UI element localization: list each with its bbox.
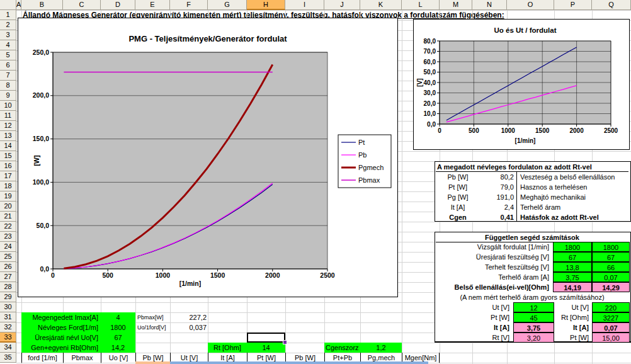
row-header-33[interactable]: 33	[0, 333, 16, 343]
aux-row-value-2[interactable]: 1800	[592, 242, 630, 252]
row-header-32[interactable]: 32	[0, 322, 16, 333]
column-header-H[interactable]: H	[247, 0, 285, 10]
row-header-23[interactable]: 23	[0, 232, 16, 242]
quick-row-value-2[interactable]: 0,07	[592, 322, 630, 333]
row36-blue-row[interactable]	[170, 361, 428, 364]
aux-row-value-1[interactable]: 3,75	[553, 272, 592, 282]
quick-row-value-1[interactable]: 45	[513, 312, 554, 322]
aux-row-value-1[interactable]: 14,19	[553, 282, 592, 292]
column-header-C[interactable]: C	[63, 0, 101, 10]
row-header-4[interactable]: 4	[0, 40, 16, 50]
row-header-35[interactable]: 35	[0, 353, 16, 363]
quick-row-label-1[interactable]: Pt [W]	[436, 312, 511, 322]
pmg-power-chart[interactable]: 0,050,0100,0150,0200,0250,00500100015002…	[18, 18, 398, 297]
row-header-7[interactable]: 7	[0, 71, 16, 81]
row-header-22[interactable]: 22	[0, 222, 16, 232]
quick-row-value-1[interactable]: 3,20	[513, 333, 554, 343]
row-header-34[interactable]: 34	[0, 343, 16, 353]
side-parameter-label[interactable]: Uo/1ford[V]	[137, 322, 169, 333]
aux-row-value-1[interactable]: 67	[553, 252, 592, 262]
quick-row-label-2[interactable]: Rt [Ohm]	[554, 312, 591, 322]
rt-table-row-label[interactable]: Pb [W]	[436, 172, 480, 182]
rt-table-row-desc[interactable]: Meghajtó mechanikai	[518, 192, 629, 202]
row-header-2[interactable]: 2	[0, 20, 16, 30]
parameter-label[interactable]: Gen+egyeni Rb[Ohm]	[21, 343, 99, 353]
row-header-5[interactable]: 5	[0, 50, 16, 60]
parameter-value[interactable]: 1800	[101, 322, 135, 333]
row-header-9[interactable]: 9	[0, 91, 16, 101]
row-header-25[interactable]: 25	[0, 252, 16, 262]
column-header-P[interactable]: P	[554, 0, 592, 10]
row-header-15[interactable]: 15	[0, 151, 16, 161]
aux-row-value-1[interactable]: 1800	[553, 242, 592, 252]
column-header-O[interactable]: O	[507, 0, 554, 10]
column-header-B[interactable]: B	[21, 0, 63, 10]
row-header-17[interactable]: 17	[0, 171, 16, 181]
aux-row-label[interactable]: Terhelt feszültség [V]	[436, 262, 552, 272]
rt-table-row-desc[interactable]: Terhelő áram	[518, 202, 629, 212]
row-header-12[interactable]: 12	[0, 121, 16, 131]
row-header-27[interactable]: 27	[0, 272, 16, 282]
quick-row-value-1[interactable]: 3,75	[513, 322, 554, 333]
quick-row-label-2[interactable]: It [A]	[554, 322, 591, 333]
parameter-label[interactable]: Megengedett Imax[A]	[21, 312, 99, 322]
row-header-24[interactable]: 24	[0, 242, 16, 252]
rt-table-row-desc[interactable]: Hatásfok az adott Rt-vel	[518, 212, 629, 222]
quick-row-label-2[interactable]: Pt [W]	[554, 333, 591, 343]
data-header-D[interactable]: Uo [V]	[101, 353, 135, 363]
row-header-8[interactable]: 8	[0, 81, 16, 91]
column-header-L[interactable]: L	[402, 0, 440, 10]
aux-row-label[interactable]: Terhelő áram [A]	[436, 272, 552, 282]
quick-row-label-2[interactable]: Ut [V]	[554, 302, 591, 312]
row-header-28[interactable]: 28	[0, 282, 16, 292]
parameter-value[interactable]: 67	[101, 333, 135, 343]
fill-handle[interactable]	[283, 340, 287, 344]
quick-row-label-1[interactable]: It [A]	[436, 322, 511, 333]
parameter-label[interactable]: Üresjárati névl Uo[V]	[21, 333, 99, 343]
rt-ohm-label[interactable]: Rt [Ohm]	[208, 343, 247, 353]
rt-table-row-value[interactable]: 0,41	[480, 212, 515, 222]
rt-table-row-desc[interactable]: Hasznos a terhelésen	[518, 182, 629, 192]
quick-row-label-1[interactable]: Ut [V]	[436, 302, 511, 312]
cgenszorz-label[interactable]: Cgenszorz	[324, 343, 360, 353]
aux-row-label[interactable]: Belső ellenállás(ei-vel)[Ohm]	[436, 282, 552, 292]
aux-row-value-2[interactable]: 0,07	[592, 272, 630, 282]
aux-row-value-2[interactable]: 14,29	[592, 282, 630, 292]
row-header-13[interactable]: 13	[0, 131, 16, 141]
row-header-30[interactable]: 30	[0, 302, 16, 312]
rt-table-row-label[interactable]: Pg [W]	[436, 192, 480, 202]
rt-ohm-value[interactable]: 14	[247, 343, 285, 353]
active-cell[interactable]	[247, 333, 285, 343]
quick-row-value-2[interactable]: 15,00	[592, 333, 630, 343]
column-header-D[interactable]: D	[101, 0, 135, 10]
rt-table-row-label[interactable]: Cgen	[436, 212, 480, 222]
rt-table-row-desc[interactable]: Veszteség a belső ellenálláson	[518, 172, 629, 182]
column-header-M[interactable]: M	[440, 0, 472, 10]
rt-table-row-value[interactable]: 79,0	[480, 182, 515, 192]
row-header-16[interactable]: 16	[0, 161, 16, 171]
quick-row-label-1[interactable]: Rt [V]	[436, 333, 511, 343]
row-header-20[interactable]: 20	[0, 202, 16, 212]
rt-table-row-label[interactable]: Pt [W]	[436, 182, 480, 192]
rt-table-row-label[interactable]: It [A]	[436, 202, 480, 212]
row-header-1[interactable]: 1	[0, 10, 16, 20]
row-header-19[interactable]: 19	[0, 191, 16, 202]
row-header-10[interactable]: 10	[0, 101, 16, 111]
column-header-F[interactable]: F	[170, 0, 208, 10]
side-parameter-label[interactable]: Pbmax[W]	[137, 312, 169, 322]
side-parameter-value[interactable]: 227,2	[169, 312, 207, 322]
cgenszorz-value[interactable]: 1,2	[360, 343, 402, 353]
column-header-A[interactable]: A	[16, 0, 21, 10]
parameter-label[interactable]: Névleges Ford[1/m]	[21, 322, 99, 333]
row-header-11[interactable]: 11	[0, 111, 16, 121]
column-header-I[interactable]: I	[285, 0, 324, 10]
row36-peach-cell[interactable]	[135, 361, 170, 364]
parameter-value[interactable]: 14,2	[101, 343, 135, 353]
data-header-C[interactable]: Pbmax	[63, 353, 101, 363]
quick-row-value-2[interactable]: 220	[592, 302, 630, 312]
row-header-14[interactable]: 14	[0, 141, 16, 151]
rt-table-row-value[interactable]: 80,2	[480, 172, 515, 182]
aux-row-value-1[interactable]: 13,8	[553, 262, 592, 272]
side-parameter-value[interactable]: 0,037	[169, 322, 207, 333]
uo-ut-chart[interactable]: 0,010,020,030,040,050,060,070,080,005001…	[413, 19, 630, 150]
